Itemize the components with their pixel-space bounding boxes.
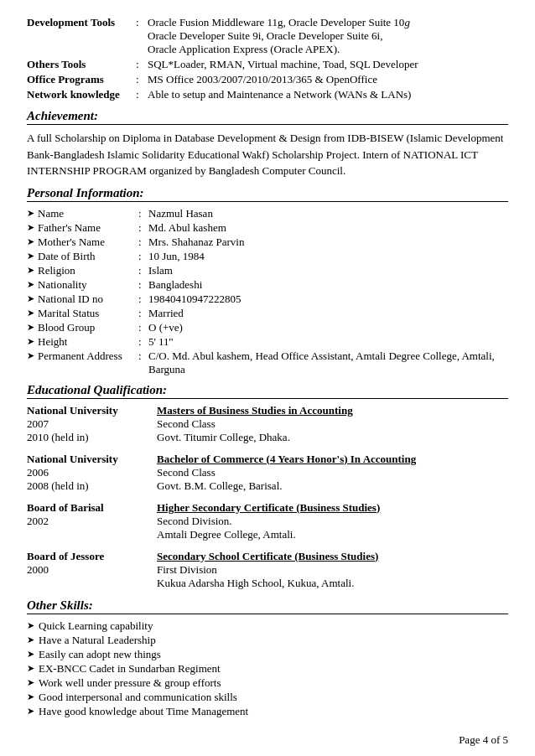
- skill-text: Work well under pressure & group efforts: [39, 676, 221, 690]
- skill-arrow-icon: ➤: [27, 634, 34, 645]
- pi-colon: :: [138, 264, 148, 277]
- personal-info-row: ➤Marital Status:Married: [27, 307, 508, 320]
- pi-colon: :: [138, 250, 148, 263]
- pi-arrow-icon: ➤: [27, 264, 34, 276]
- pi-value: Islam: [148, 264, 508, 277]
- skill-text: EX-BNCC Cadet in Sundarban Regiment: [39, 662, 221, 676]
- pi-arrow-icon: ➤: [27, 321, 34, 333]
- dev-tools-value: Oracle Fusion Middleware 11g, Oracle Dev…: [148, 15, 508, 57]
- pi-label: Height: [38, 335, 138, 349]
- skill-arrow-icon: ➤: [27, 662, 34, 674]
- pi-arrow-icon: ➤: [27, 221, 34, 233]
- pi-label: Mother's Name: [38, 236, 138, 249]
- personal-info-row: ➤Mother's Name:Mrs. Shahanaz Parvin: [27, 236, 508, 249]
- pi-colon: :: [138, 278, 148, 292]
- skill-text: Have a Natural Leadership: [39, 634, 156, 647]
- skill-arrow-icon: ➤: [27, 648, 34, 660]
- pi-value: Mrs. Shahanaz Parvin: [148, 236, 508, 249]
- pi-arrow-icon: ➤: [27, 278, 34, 290]
- skills-list: ➤Quick Learning capability➤Have a Natura…: [27, 619, 508, 718]
- edu-detail-line: Amtali Degree College, Amtali.: [157, 528, 508, 541]
- edu-institution: Board of Jessore2000: [27, 550, 157, 577]
- skill-text: Good interpersonal and communication ski…: [39, 691, 237, 704]
- pi-label: National ID no: [38, 293, 138, 306]
- edu-details: Secondary School Certificate (Business S…: [157, 550, 508, 590]
- edu-row: National University20062008 (held in)Bac…: [27, 453, 508, 493]
- others-tools-value: SQL*Loader, RMAN, Virtual machine, Toad,…: [148, 57, 508, 72]
- pi-label: Father's Name: [38, 221, 138, 235]
- edu-detail-line: Govt. B.M. College, Barisal.: [157, 479, 508, 493]
- achievement-text: A full Scholarship on Diploma in Databas…: [27, 130, 508, 179]
- pi-arrow-icon: ➤: [27, 350, 34, 361]
- pi-label: Blood Group: [38, 321, 138, 334]
- skill-item: ➤Have good knowledge about Time Manageme…: [27, 705, 508, 718]
- skill-item: ➤Quick Learning capability: [27, 619, 508, 633]
- office-programs-value: MS Office 2003/2007/2010/2013/365 & Open…: [148, 72, 508, 87]
- edu-heading: Educational Qualification:: [27, 383, 508, 399]
- network-knowledge-colon: :: [136, 87, 148, 102]
- edu-detail-line: Second Division.: [157, 515, 508, 528]
- pi-value: Bangladeshi: [148, 278, 508, 292]
- dev-tools-label: Development Tools: [27, 15, 136, 57]
- pi-value: C/O. Md. Abul kashem, Head Office Assist…: [148, 350, 508, 376]
- pi-arrow-icon: ➤: [27, 307, 34, 318]
- edu-degree-title: Masters of Business Studies in Accountin…: [157, 404, 508, 417]
- pi-arrow-icon: ➤: [27, 335, 34, 347]
- pi-value: Nazmul Hasan: [148, 207, 508, 220]
- pi-colon: :: [138, 321, 148, 334]
- edu-detail-line: Govt. Titumir College, Dhaka.: [157, 431, 508, 444]
- personal-info-section: ➤Name:Nazmul Hasan➤Father's Name:Md. Abu…: [27, 207, 508, 376]
- pi-label: Permanent Address: [38, 350, 138, 363]
- edu-degree-title: Bachelor of Commerce (4 Years Honor's) I…: [157, 453, 508, 466]
- pi-colon: :: [138, 221, 148, 235]
- skill-text: Easily can adopt new things: [39, 648, 161, 661]
- pi-colon: :: [138, 350, 148, 363]
- skill-text: Quick Learning capability: [39, 619, 153, 633]
- personal-info-row: ➤Height:5' 11'': [27, 335, 508, 349]
- personal-info-row: ➤Father's Name:Md. Abul kashem: [27, 221, 508, 235]
- other-skills-heading: Other Skills:: [27, 598, 508, 614]
- achievement-heading: Achievement:: [27, 109, 508, 125]
- pi-label: Nationality: [38, 278, 138, 292]
- personal-info-row: ➤National ID no:19840410947222805: [27, 293, 508, 306]
- pi-value: 19840410947222805: [148, 293, 508, 306]
- pi-colon: :: [138, 335, 148, 349]
- pi-colon: :: [138, 293, 148, 306]
- network-knowledge-value: Able to setup and Maintenance a Network …: [148, 87, 508, 102]
- personal-info-row: ➤Religion:Islam: [27, 264, 508, 277]
- skill-arrow-icon: ➤: [27, 676, 34, 688]
- personal-info-row: ➤Permanent Address:C/O. Md. Abul kashem,…: [27, 350, 508, 376]
- edu-details: Bachelor of Commerce (4 Years Honor's) I…: [157, 453, 508, 493]
- pi-colon: :: [138, 307, 148, 320]
- pi-label: Date of Birth: [38, 250, 138, 263]
- personal-info-row: ➤Date of Birth:10 Jun, 1984: [27, 250, 508, 263]
- pi-colon: :: [138, 207, 148, 220]
- pi-label: Marital Status: [38, 307, 138, 320]
- personal-info-heading: Personal Information:: [27, 186, 508, 202]
- personal-info-row: ➤Nationality:Bangladeshi: [27, 278, 508, 292]
- dev-tools-table: Development Tools : Oracle Fusion Middle…: [27, 15, 508, 102]
- pi-arrow-icon: ➤: [27, 250, 34, 261]
- skill-item: ➤Work well under pressure & group effort…: [27, 676, 508, 690]
- skill-item: ➤EX-BNCC Cadet in Sundarban Regiment: [27, 662, 508, 676]
- edu-details: Masters of Business Studies in Accountin…: [157, 404, 508, 444]
- skill-arrow-icon: ➤: [27, 691, 34, 702]
- office-programs-colon: :: [136, 72, 148, 87]
- others-tools-label: Others Tools: [27, 57, 136, 72]
- others-tools-colon: :: [136, 57, 148, 72]
- edu-degree-title: Secondary School Certificate (Business S…: [157, 550, 508, 563]
- edu-row: Board of Jessore2000Secondary School Cer…: [27, 550, 508, 590]
- edu-detail-line: First Division: [157, 563, 508, 577]
- skill-item: ➤Have a Natural Leadership: [27, 634, 508, 647]
- pi-value: 5' 11'': [148, 335, 508, 349]
- edu-institution: National University20072010 (held in): [27, 404, 157, 444]
- pi-value: Married: [148, 307, 508, 320]
- edu-row: Board of Barisal2002Higher Secondary Cer…: [27, 501, 508, 541]
- edu-institution: National University20062008 (held in): [27, 453, 157, 493]
- pi-label: Name: [38, 207, 138, 220]
- edu-row: National University20072010 (held in)Mas…: [27, 404, 508, 444]
- pi-value: Md. Abul kashem: [148, 221, 508, 235]
- page-footer: Page 4 of 5: [27, 733, 508, 747]
- skill-arrow-icon: ➤: [27, 705, 34, 717]
- skill-item: ➤Easily can adopt new things: [27, 648, 508, 661]
